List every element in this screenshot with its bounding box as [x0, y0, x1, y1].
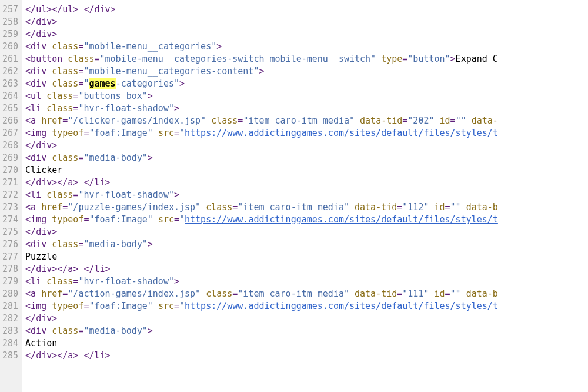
token: </li>	[83, 177, 110, 188]
token: src	[158, 128, 174, 138]
token	[349, 288, 355, 299]
token: >	[174, 190, 179, 200]
token: <li	[25, 190, 46, 200]
token: <li	[25, 276, 46, 287]
code-area[interactable]: </ul></ul> </div></div></div><div class=…	[22, 0, 588, 392]
code-line[interactable]: </div></a> </li>	[25, 350, 588, 362]
token: </li>	[83, 264, 110, 274]
line-number: 277	[2, 251, 18, 263]
token: =	[450, 115, 456, 126]
code-line[interactable]: <div class="mobile-menu__categories-cont…	[25, 65, 588, 78]
line-number: 259	[2, 28, 18, 41]
token: </li>	[83, 350, 110, 361]
code-line[interactable]: <li class="hvr-float-shadow">	[25, 189, 588, 201]
token	[435, 115, 440, 126]
token	[466, 115, 472, 126]
token: "foaf:Image"	[89, 301, 152, 311]
code-line[interactable]: </div>	[25, 313, 588, 325]
token: class	[52, 41, 78, 52]
code-line[interactable]: <div class="games-categories">	[25, 78, 588, 90]
token: data-tid	[360, 115, 402, 126]
token: "hvr-float-shadow"	[78, 190, 174, 200]
token: ""	[456, 115, 466, 126]
token: =	[174, 301, 179, 311]
code-line[interactable]: </div>	[25, 139, 588, 152]
token: data-tid	[355, 288, 397, 299]
token: data-tid	[355, 202, 397, 212]
token: data-	[472, 115, 498, 126]
token: =	[397, 202, 402, 212]
line-number: 282	[2, 313, 18, 325]
token: class	[46, 190, 73, 200]
line-number: 265	[2, 102, 18, 115]
code-line[interactable]: <img typeof="foaf:Image" src="https://ww…	[25, 214, 588, 226]
line-number: 279	[2, 275, 18, 288]
token: <img	[25, 128, 52, 138]
token: "202"	[407, 115, 434, 126]
token: -categories"	[116, 78, 179, 89]
code-line[interactable]: </div></a> </li>	[25, 263, 588, 275]
token	[461, 202, 466, 212]
token: class	[52, 66, 78, 77]
code-line[interactable]: <li class="hvr-float-shadow">	[25, 275, 588, 288]
line-number: 280	[2, 288, 18, 300]
code-line[interactable]: </div>	[25, 28, 588, 41]
token: >	[148, 152, 153, 163]
token: src	[158, 214, 174, 225]
token: </div>	[25, 140, 57, 151]
token: "item caro-itm media"	[238, 288, 349, 299]
token: "mobile-menu__categories"	[83, 41, 216, 52]
token: </div>	[83, 4, 115, 15]
token: class	[52, 78, 78, 89]
token: id	[435, 288, 445, 299]
code-line[interactable]: <div class="media-body">	[25, 238, 588, 251]
code-line[interactable]: <div class="mobile-menu__categories">	[25, 41, 588, 53]
token	[355, 115, 360, 126]
token: "foaf:Image"	[89, 214, 152, 225]
token: <li	[25, 103, 46, 114]
token: =	[62, 202, 68, 212]
token: <div	[25, 41, 52, 52]
code-line[interactable]: <div class="media-body">	[25, 325, 588, 337]
code-line[interactable]: <ul class="buttons_box">	[25, 90, 588, 102]
code-line[interactable]: </div>	[25, 226, 588, 238]
token: class	[52, 152, 78, 163]
token: typeof	[52, 128, 83, 138]
token: <ul	[25, 91, 46, 101]
code-line[interactable]: <li class="hvr-float-shadow">	[25, 102, 588, 115]
line-number: 278	[2, 263, 18, 275]
token	[429, 288, 434, 299]
code-line[interactable]: Action	[25, 337, 588, 350]
line-number: 260	[2, 41, 18, 53]
token: =	[445, 288, 450, 299]
token	[153, 301, 158, 311]
token: "hvr-float-shadow"	[78, 276, 174, 287]
code-line[interactable]: <button class="mobile-menu__categories-s…	[25, 53, 588, 65]
token: <img	[25, 301, 52, 311]
token: <a	[25, 115, 41, 126]
line-number-gutter: 2572582592602612622632642652662672682692…	[0, 0, 22, 392]
code-line[interactable]: <div class="media-body">	[25, 152, 588, 164]
token: <img	[25, 214, 52, 225]
token	[153, 128, 158, 138]
token: Puzzle	[25, 251, 57, 262]
token: "buttons_box"	[78, 91, 147, 101]
token: <div	[25, 66, 52, 77]
code-line[interactable]: <img typeof="foaf:Image" src="https://ww…	[25, 127, 588, 139]
line-number: 273	[2, 201, 18, 214]
token: "item caro-itm media"	[243, 115, 355, 126]
token: https://www.addictinggames.com/sites/def…	[185, 301, 498, 311]
code-line[interactable]: </div></a> </li>	[25, 177, 588, 189]
token: "item caro-itm media"	[238, 202, 349, 212]
code-line[interactable]: Clicker	[25, 164, 588, 177]
code-line[interactable]: <a href="/puzzle-games/index.jsp" class=…	[25, 201, 588, 214]
token: =	[62, 288, 68, 299]
code-line[interactable]: </ul></ul> </div>	[25, 4, 588, 16]
token: <a	[25, 288, 41, 299]
code-line[interactable]: <a href="/action-games/index.jsp" class=…	[25, 288, 588, 300]
token	[206, 115, 211, 126]
code-line[interactable]: Puzzle	[25, 251, 588, 263]
code-line[interactable]: <a href="/clicker-games/index.jsp" class…	[25, 115, 588, 127]
code-line[interactable]: </div>	[25, 16, 588, 28]
code-line[interactable]: <img typeof="foaf:Image" src="https://ww…	[25, 300, 588, 313]
